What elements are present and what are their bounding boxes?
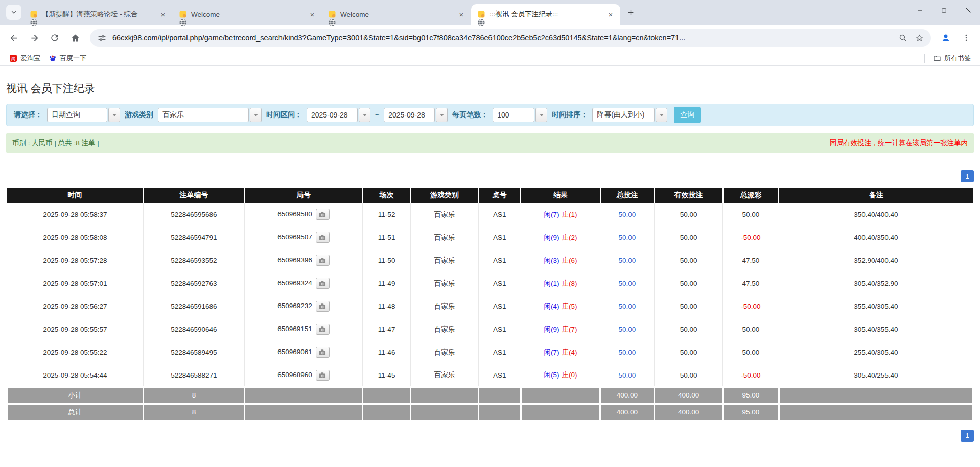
tab-close-icon[interactable]: × bbox=[606, 10, 615, 19]
column-header[interactable]: 时间 bbox=[7, 188, 144, 203]
video-replay-button[interactable] bbox=[316, 347, 330, 358]
date-from-value[interactable]: 2025-09-28 bbox=[307, 108, 358, 122]
result-player: 闲(4) bbox=[544, 302, 559, 310]
column-header[interactable]: 总投注 bbox=[600, 188, 655, 203]
browser-tab[interactable]: Welcome × bbox=[173, 4, 322, 25]
total-bet-link[interactable]: 50.00 bbox=[619, 371, 636, 379]
column-header[interactable]: 总派彩 bbox=[723, 188, 779, 203]
query-type-value[interactable]: 日期查询 bbox=[47, 108, 107, 122]
profile-avatar[interactable] bbox=[937, 29, 954, 46]
window-close-button[interactable] bbox=[956, 0, 980, 20]
cell-session: 11-49 bbox=[362, 272, 411, 295]
menu-dots-icon[interactable] bbox=[958, 29, 975, 46]
column-header[interactable]: 场次 bbox=[362, 188, 411, 203]
video-replay-button[interactable] bbox=[316, 324, 330, 335]
cell-round: 650969061 bbox=[245, 341, 363, 364]
triangle-down-icon bbox=[440, 114, 444, 116]
video-replay-button[interactable] bbox=[316, 232, 330, 243]
video-replay-button[interactable] bbox=[316, 278, 330, 289]
home-button[interactable] bbox=[66, 29, 84, 46]
total-bet-link[interactable]: 50.00 bbox=[619, 279, 636, 287]
cell-game-type: 百家乐 bbox=[411, 272, 478, 295]
column-header[interactable]: 桌号 bbox=[478, 188, 521, 203]
tab-title: Welcome bbox=[340, 11, 453, 18]
window-maximize-button[interactable] bbox=[932, 0, 956, 20]
sort-combobox[interactable]: 降幂(由大到小) bbox=[592, 108, 667, 122]
total-bet-link[interactable]: 50.00 bbox=[619, 348, 636, 356]
page-size-value[interactable]: 100 bbox=[493, 108, 534, 122]
cell-bet-id: 522846588271 bbox=[143, 364, 245, 387]
page-number-button[interactable]: 1 bbox=[961, 430, 974, 442]
url-text[interactable]: 66cxkj98.com/ipl/portal.php/game/betreco… bbox=[112, 34, 892, 42]
cell-time: 2025-09-28 05:55:22 bbox=[7, 341, 144, 364]
bookmark-item[interactable]: 百度一下 bbox=[44, 52, 90, 64]
all-bookmarks-button[interactable]: 所有书签 bbox=[929, 52, 975, 64]
date-to-dropdown-arrow[interactable] bbox=[436, 108, 448, 122]
cell-table-no: AS1 bbox=[478, 364, 521, 387]
page-size-combobox[interactable]: 100 bbox=[493, 108, 547, 122]
tab-search-button[interactable] bbox=[6, 5, 21, 20]
game-type-value[interactable]: 百家乐 bbox=[158, 108, 249, 122]
browser-tab[interactable]: 【新提醒】海燕策略论坛 - 综合 × bbox=[24, 4, 173, 25]
tab-favicon-icon bbox=[477, 10, 485, 18]
bookmark-star-icon[interactable] bbox=[914, 32, 925, 43]
new-tab-button[interactable] bbox=[623, 5, 638, 19]
column-header[interactable]: 游戏类别 bbox=[411, 188, 478, 203]
date-to-value[interactable]: 2025-09-28 bbox=[384, 108, 435, 122]
cell-table-no: AS1 bbox=[478, 249, 521, 272]
cell-game-type: 百家乐 bbox=[411, 295, 478, 318]
column-header[interactable]: 备注 bbox=[779, 188, 973, 203]
total-bet-link[interactable]: 50.00 bbox=[619, 302, 636, 310]
address-bar[interactable]: 66cxkj98.com/ipl/portal.php/game/betreco… bbox=[90, 29, 931, 47]
cell-payout: 50.00 bbox=[723, 341, 779, 364]
video-replay-button[interactable] bbox=[316, 255, 330, 266]
total-bet-link[interactable]: 50.00 bbox=[619, 256, 636, 264]
cell-round: 650969324 bbox=[245, 272, 363, 295]
date-range-tilde: ~ bbox=[375, 111, 379, 119]
column-header[interactable]: 有效投注 bbox=[654, 188, 722, 203]
page-number-button[interactable]: 1 bbox=[961, 170, 974, 182]
query-button[interactable]: 查询 bbox=[674, 107, 701, 123]
video-replay-button[interactable] bbox=[316, 301, 330, 312]
sort-label: 时间排序： bbox=[552, 110, 588, 120]
date-from-picker[interactable]: 2025-09-28 bbox=[307, 108, 370, 122]
query-type-dropdown-arrow[interactable] bbox=[108, 108, 120, 122]
game-type-combobox[interactable]: 百家乐 bbox=[158, 108, 262, 122]
zoom-icon[interactable] bbox=[897, 32, 908, 43]
date-to-picker[interactable]: 2025-09-28 bbox=[384, 108, 448, 122]
total-bet-link[interactable]: 50.00 bbox=[619, 211, 636, 218]
column-header[interactable]: 注单编号 bbox=[143, 188, 245, 203]
browser-tab[interactable]: Welcome × bbox=[322, 4, 471, 25]
forward-button[interactable] bbox=[26, 29, 43, 46]
cell-bet-id: 522846590646 bbox=[143, 318, 245, 341]
summary-bar: 币别 : 人民币 | 总共 :8 注单 | 同局有效投注，统一计算在该局第一张注… bbox=[6, 133, 974, 153]
page-size-dropdown-arrow[interactable] bbox=[535, 108, 547, 122]
site-settings-icon[interactable] bbox=[96, 32, 107, 43]
video-replay-button[interactable] bbox=[316, 370, 330, 381]
sort-dropdown-arrow[interactable] bbox=[656, 108, 667, 122]
tab-close-icon[interactable]: × bbox=[158, 10, 168, 19]
cell-bet-id: 522846594791 bbox=[143, 226, 245, 249]
total-bet-link[interactable]: 50.00 bbox=[619, 233, 636, 241]
tab-favicon-icon bbox=[179, 10, 187, 18]
bookmark-item[interactable]: 淘 爱淘宝 bbox=[5, 52, 44, 64]
reload-button[interactable] bbox=[46, 29, 63, 46]
sort-value[interactable]: 降幂(由大到小) bbox=[592, 108, 655, 122]
cell-valid-bet: 50.00 bbox=[654, 341, 722, 364]
video-replay-button[interactable] bbox=[316, 209, 330, 220]
total-bet-link[interactable]: 50.00 bbox=[619, 325, 636, 333]
query-type-combobox[interactable]: 日期查询 bbox=[47, 108, 120, 122]
table-row: 2025-09-28 05:56:27 522846591686 6509692… bbox=[7, 295, 973, 318]
column-header[interactable]: 局号 bbox=[245, 188, 363, 203]
game-type-dropdown-arrow[interactable] bbox=[250, 108, 262, 122]
cell-payout: 50.00 bbox=[723, 203, 779, 226]
window-minimize-button[interactable] bbox=[908, 0, 932, 20]
bookmarks-bar: 淘 爱淘宝 百度一下 所有书签 bbox=[0, 51, 980, 66]
tab-close-icon[interactable]: × bbox=[308, 10, 317, 19]
tab-close-icon[interactable]: × bbox=[457, 10, 466, 19]
cell-game-type: 百家乐 bbox=[411, 318, 478, 341]
date-from-dropdown-arrow[interactable] bbox=[359, 108, 370, 122]
back-button[interactable] bbox=[5, 29, 22, 46]
column-header[interactable]: 结果 bbox=[521, 188, 600, 203]
browser-tab[interactable]: :::视讯 会员下注纪录::: × bbox=[471, 4, 620, 25]
